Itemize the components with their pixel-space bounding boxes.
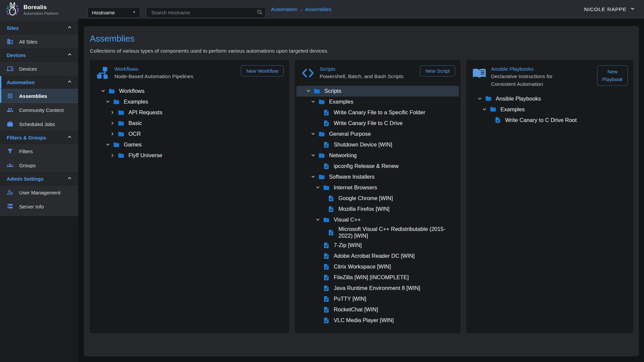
chevron-down-icon[interactable]: [482, 107, 490, 112]
tree-folder-item[interactable]: OCR: [91, 129, 287, 139]
sidebar-section-header-sites[interactable]: Sites: [0, 22, 78, 35]
sidebar-item-devices[interactable]: Devices: [0, 62, 78, 76]
sidebar-section-header-devices[interactable]: Devices: [0, 49, 78, 62]
groups-icon: [7, 162, 13, 169]
tree-file-item[interactable]: RocketChat [WIN]: [297, 304, 459, 315]
chevron-right-icon[interactable]: [110, 153, 118, 158]
tree-folder-item[interactable]: Games: [91, 139, 287, 150]
tree-folder-item[interactable]: Networking: [297, 150, 459, 161]
chevron-right-icon[interactable]: [110, 121, 118, 126]
sidebar-section-header-automation[interactable]: Automation: [0, 76, 78, 89]
tree-file-item[interactable]: Mozilla Firefox [WIN]: [297, 204, 459, 215]
chevron-down-icon[interactable]: [477, 96, 485, 101]
tree-folder-item[interactable]: Examples: [91, 97, 287, 107]
main-content: Assemblies Collections of various types …: [78, 19, 644, 362]
chevron-down-icon[interactable]: [315, 217, 323, 222]
chevron-right-icon[interactable]: [110, 131, 118, 136]
tree-file-item[interactable]: FileZilla [WIN] [INCOMPLETE]: [297, 272, 459, 283]
tree-item-label: Write Canary File to a Specific Folder: [334, 109, 425, 116]
chevron-down-icon[interactable]: [311, 174, 318, 179]
tree-file-item[interactable]: Write Canary File to a Specific Folder: [297, 107, 459, 118]
tree-folder-item[interactable]: General Purpose: [297, 129, 459, 139]
sidebar-item-assemblies[interactable]: Assemblies: [0, 89, 78, 103]
tree-folder-item[interactable]: Examples: [468, 104, 632, 115]
search-icon[interactable]: [257, 9, 263, 16]
tree-file-item[interactable]: Java Runtime Environment 8 [WIN]: [297, 283, 459, 294]
chevron-down-icon[interactable]: [105, 99, 113, 104]
tree-file-item[interactable]: VLC Media Player [WIN]: [297, 315, 459, 326]
tree-folder-item[interactable]: Visual C++: [297, 215, 459, 225]
tree-item-label: Networking: [329, 152, 357, 159]
tree-folder-item[interactable]: Flyff Universe: [91, 150, 287, 161]
brand: Borealis Automation Platform: [5, 2, 58, 18]
tree-file-item[interactable]: ipconfig Release & Renew: [297, 161, 459, 172]
playbooks-title: Ansible Playbooks: [491, 65, 575, 73]
new-workflow-button[interactable]: New Workflow: [241, 65, 284, 76]
file-icon: [328, 195, 334, 202]
tree-item-label: Adobe Acrobat Reader DC [WIN]: [334, 253, 415, 259]
chevron-right-icon[interactable]: [110, 110, 118, 115]
borealis-logo: [5, 2, 20, 18]
tree-file-item[interactable]: Microsoft Visual C++ Redistributable (20…: [297, 225, 459, 240]
tree-item-label: PuTTY [WIN]: [334, 296, 366, 302]
search-input[interactable]: [151, 10, 257, 16]
file-icon: [323, 120, 330, 127]
scripts-tree: ScriptsExamplesWrite Canary File to a Sp…: [297, 86, 459, 326]
chevron-down-icon[interactable]: [311, 153, 318, 158]
tree-file-item[interactable]: 7-Zip [WIN]: [297, 240, 459, 251]
tree-file-item[interactable]: Shutdown Device [WIN]: [297, 139, 459, 150]
tree-folder-item[interactable]: Scripts: [297, 86, 459, 97]
new-script-button[interactable]: New Script: [420, 65, 455, 76]
sidebar-nav: SitesAll SitesDevicesDevicesAutomationAs…: [0, 19, 78, 216]
folder-icon: [118, 120, 124, 127]
brand-name: Borealis: [23, 4, 58, 11]
playbooks-subtitle: Declarative Instructions for Consistent …: [491, 73, 575, 88]
sidebar-item-label: Filters: [19, 148, 33, 154]
tree-item-label: Scripts: [324, 88, 341, 95]
sidebar-item-scheduled-jobs[interactable]: Scheduled Jobs: [0, 117, 78, 131]
sidebar-item-filters[interactable]: Filters: [0, 144, 78, 158]
sidebar-item-user-management[interactable]: User Management: [0, 185, 78, 199]
tree-file-item[interactable]: Write Canary to C Drive Root: [468, 115, 632, 125]
server-icon: [7, 203, 13, 210]
chevron-down-icon[interactable]: [306, 88, 314, 94]
tree-folder-item[interactable]: API Requests: [91, 107, 287, 118]
tree-file-item[interactable]: Citrix Workspace [WIN]: [297, 261, 459, 272]
new-playbook-button[interactable]: New Playbook: [597, 65, 628, 86]
tree-file-item[interactable]: Adobe Acrobat Reader DC [WIN]: [297, 251, 459, 261]
tree-file-item[interactable]: PuTTY [WIN]: [297, 294, 459, 304]
folder-icon: [314, 88, 320, 95]
breadcrumb-automation[interactable]: Automation: [271, 6, 297, 12]
tree-folder-item[interactable]: Basic: [91, 118, 287, 129]
assemblies-card: Assemblies Collections of various types …: [84, 26, 639, 356]
sidebar-item-groups[interactable]: Groups: [0, 158, 78, 172]
playbooks-panel-header: Ansible Playbooks Declarative Instructio…: [472, 65, 628, 88]
sidebar-section-header-filters-groups[interactable]: Filters & Groups: [0, 131, 78, 144]
tree-file-item[interactable]: Write Canary File to C Drive: [297, 118, 459, 129]
folder-icon: [318, 174, 325, 180]
sidebar-item-all-sites[interactable]: All Sites: [0, 35, 78, 49]
breadcrumb-assemblies[interactable]: Assemblies: [305, 6, 331, 12]
sidebar-item-label: Groups: [19, 163, 36, 168]
chevron-down-icon[interactable]: [311, 99, 318, 104]
chevron-down-icon[interactable]: [105, 142, 113, 147]
tree-folder-item[interactable]: Examples: [297, 97, 459, 107]
tree-folder-item[interactable]: Workflows: [91, 86, 287, 97]
user-menu[interactable]: NICOLE RAPPE: [584, 0, 635, 19]
sidebar-item-server-info[interactable]: Server Info: [0, 199, 78, 214]
sidebar-item-community-content[interactable]: Community Content: [0, 103, 78, 117]
tree-folder-item[interactable]: Software Installers: [297, 172, 459, 182]
sidebar: SitesAll SitesDevicesDevicesAutomationAs…: [0, 19, 78, 362]
tree-folder-item[interactable]: Internet Browsers: [297, 182, 459, 193]
file-icon: [323, 141, 330, 148]
chevron-down-icon[interactable]: [101, 88, 108, 94]
tree-folder-item[interactable]: Ansible Playbooks: [468, 93, 632, 104]
chevron-down-icon[interactable]: [311, 131, 318, 136]
people-icon: [7, 107, 13, 113]
tree-file-item[interactable]: Google Chrome [WIN]: [297, 193, 459, 204]
file-icon: [323, 296, 330, 302]
hostname-select[interactable]: Hostname: [88, 7, 140, 18]
sidebar-section-header-admin-settings[interactable]: Admin Settings: [0, 173, 78, 185]
chevron-down-icon[interactable]: [315, 185, 323, 190]
tree-item-label: General Purpose: [329, 131, 371, 137]
